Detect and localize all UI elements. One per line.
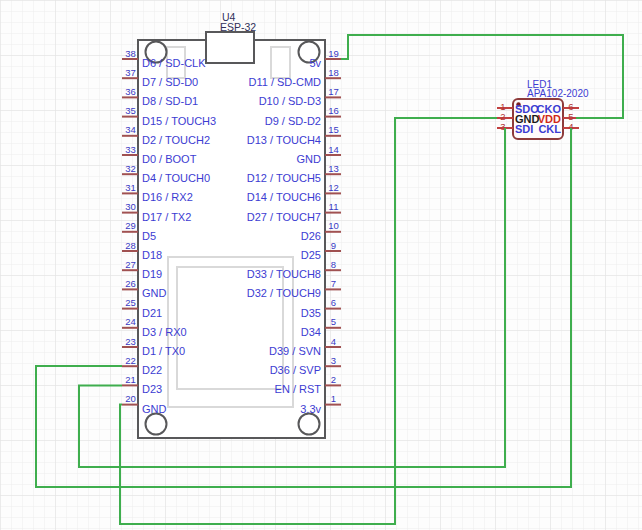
pin-number: 36 bbox=[125, 86, 136, 97]
pin-name: GND bbox=[297, 153, 322, 165]
pin-name: D21 bbox=[142, 307, 162, 319]
pin-name: D19 bbox=[142, 268, 162, 280]
pin-name: D32 / TOUCH9 bbox=[247, 287, 321, 299]
pin-name: D7 / SD-D0 bbox=[142, 76, 198, 88]
pin-number: 33 bbox=[125, 144, 136, 155]
pin-name: D15 / TOUCH3 bbox=[142, 115, 216, 127]
pin-name: EN / RST bbox=[275, 383, 322, 395]
pin-name: 3.3v bbox=[300, 403, 321, 415]
pin-name: D5 bbox=[142, 230, 156, 242]
pin-number: 17 bbox=[328, 86, 339, 97]
pin-name: D2 / TOUCH2 bbox=[142, 134, 210, 146]
pin-number: 18 bbox=[328, 67, 339, 78]
pin-number: 14 bbox=[328, 144, 339, 155]
pin-number: 22 bbox=[125, 355, 136, 366]
pin-name: SDI bbox=[515, 123, 533, 135]
pin-name: D13 / TOUCH4 bbox=[247, 134, 321, 146]
pin-number: 8 bbox=[331, 259, 336, 270]
pin-number: 28 bbox=[125, 240, 136, 251]
pin-name: GND bbox=[142, 403, 167, 415]
pin-name: 5v bbox=[309, 57, 321, 69]
pin-number: 15 bbox=[328, 124, 339, 135]
mounting-hole-icon bbox=[299, 414, 320, 435]
pin-number: 31 bbox=[125, 182, 136, 193]
led-value[interactable]: APA102-2020 bbox=[527, 88, 589, 99]
pin-number: 25 bbox=[125, 297, 136, 308]
pin-name: D0 / BOOT bbox=[142, 153, 197, 165]
pin-number: 5 bbox=[331, 316, 336, 327]
pin-number: 12 bbox=[328, 182, 339, 193]
pin-name: D39 / SVN bbox=[269, 345, 321, 357]
pin-name: D25 bbox=[301, 249, 321, 261]
pin-number: 9 bbox=[331, 240, 336, 251]
pin-number: 24 bbox=[125, 316, 136, 327]
pin-name: D6 / SD-CLK bbox=[142, 57, 206, 69]
pin-number: 11 bbox=[329, 201, 339, 212]
pin-name: D9 / SD-D2 bbox=[265, 115, 321, 127]
pin-number: 19 bbox=[328, 48, 339, 59]
pin-name: D23 bbox=[142, 383, 162, 395]
pin-number: 27 bbox=[125, 259, 136, 270]
schematic-canvas: U4ESP-3238D6 / SD-CLK37D7 / SD-D036D8 / … bbox=[0, 0, 642, 530]
pin-number: 6 bbox=[331, 297, 336, 308]
esp32-value[interactable]: ESP-32 bbox=[220, 21, 256, 33]
pin-name: D18 bbox=[142, 249, 162, 261]
pin-number: 30 bbox=[125, 201, 136, 212]
pin-name: D27 / TOUCH7 bbox=[247, 211, 321, 223]
esp32-symbol[interactable]: U4ESP-3238D6 / SD-CLK37D7 / SD-D036D8 / … bbox=[122, 11, 341, 438]
pin-number: 23 bbox=[125, 336, 136, 347]
pin-number: 4 bbox=[331, 336, 336, 347]
pin-number: 3 bbox=[331, 355, 336, 366]
pin-name: D3 / RX0 bbox=[142, 326, 187, 338]
pin-name: CKL bbox=[538, 123, 561, 135]
pin-number: 16 bbox=[328, 105, 339, 116]
pin-number: 38 bbox=[125, 48, 136, 59]
pin-name: D35 bbox=[301, 307, 321, 319]
pin-name: D12 / TOUCH5 bbox=[247, 172, 321, 184]
pin-number: 26 bbox=[125, 278, 136, 289]
pin-name: D33 / TOUCH8 bbox=[247, 268, 321, 280]
pin-number: 32 bbox=[125, 163, 136, 174]
pin-number: 1 bbox=[331, 393, 336, 404]
pin-name: D16 / RX2 bbox=[142, 191, 193, 203]
pin-name: D36 / SVP bbox=[270, 364, 321, 376]
pin-name: D17 / TX2 bbox=[142, 211, 191, 223]
pin-name: D8 / SD-D1 bbox=[142, 95, 198, 107]
pin-name: D34 bbox=[301, 326, 321, 338]
pin-name: D22 bbox=[142, 364, 162, 376]
schematic-svg: U4ESP-3238D6 / SD-CLK37D7 / SD-D036D8 / … bbox=[0, 0, 642, 530]
pin-number: 20 bbox=[125, 393, 136, 404]
esp32-antenna-box bbox=[206, 32, 254, 63]
pin-name: D14 / TOUCH6 bbox=[247, 191, 321, 203]
pin-name: GND bbox=[142, 287, 167, 299]
pin-number: 34 bbox=[125, 124, 136, 135]
pin-number: 35 bbox=[125, 105, 136, 116]
pin-number: 13 bbox=[328, 163, 339, 174]
pin-number: 2 bbox=[331, 374, 336, 385]
mounting-hole-icon bbox=[146, 414, 167, 435]
pin-name: D4 / TOUCH0 bbox=[142, 172, 210, 184]
pin-number: 29 bbox=[125, 220, 136, 231]
pin-name: D1 / TX0 bbox=[142, 345, 185, 357]
pin-number: 37 bbox=[125, 67, 136, 78]
pin-number: 21 bbox=[125, 374, 136, 385]
pin-name: D26 bbox=[301, 230, 321, 242]
pin-name: D11 / SD-CMD bbox=[248, 76, 321, 88]
pin-name: D10 / SD-D3 bbox=[259, 95, 321, 107]
pin-number: 10 bbox=[328, 220, 339, 231]
pin-number: 7 bbox=[331, 278, 336, 289]
